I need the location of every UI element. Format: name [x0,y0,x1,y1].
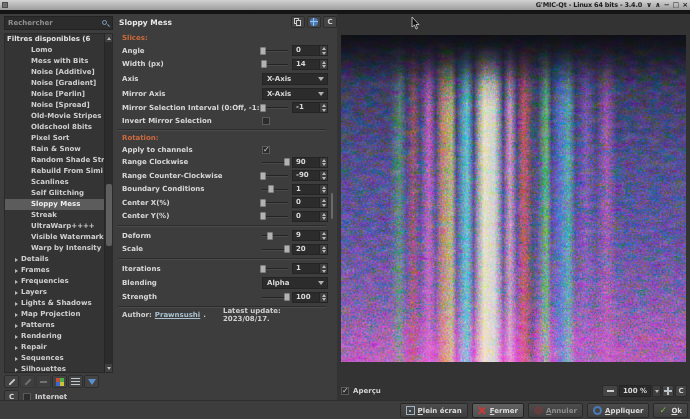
spin-down-icon[interactable] [319,216,327,221]
window-control-shade-icon[interactable]: ∨ [646,0,652,10]
spin-down-icon[interactable] [319,108,327,113]
filter-item-visible-watermark[interactable]: Visible Watermark [5,232,112,243]
scroll-up-icon[interactable] [105,34,113,42]
category-repair[interactable]: Repair [5,342,112,353]
tree-scrollbar[interactable] [104,34,112,372]
apply-to-channels-checkbox[interactable] [262,146,270,154]
center-y-spinbox[interactable]: 0 [292,211,328,222]
deform-slider[interactable] [262,231,288,240]
blending-dropdown[interactable]: Alpha [262,277,328,289]
center-y-slider[interactable] [262,212,288,221]
filter-item-mess-with-bits[interactable]: Mess with Bits [5,56,112,67]
window-control-minimize-icon[interactable]: − [664,0,670,10]
slider-handle[interactable] [267,232,273,240]
center-x-spinbox[interactable]: 0 [292,197,328,208]
category-frames[interactable]: Frames [5,265,112,276]
spin-down-icon[interactable] [319,236,327,241]
copy-command-button[interactable] [291,16,305,28]
scroll-down-icon[interactable] [105,364,113,372]
category-details[interactable]: Details [5,254,112,265]
filter-item-rain-snow[interactable]: Rain & Snow [5,144,112,155]
range-counter-clockwise-spinbox[interactable]: -90 [292,170,328,181]
window-control-pin-icon[interactable]: ∧ [655,0,661,10]
ok-button[interactable]: ✓Ok [653,403,688,418]
download-filters-button[interactable] [84,375,99,388]
filter-item-rebuild-from-simi[interactable]: Rebuild From Simi [5,166,112,177]
slider-handle[interactable] [260,47,266,55]
splitter-grip[interactable] [331,193,333,219]
axis-dropdown[interactable]: X-Axis [262,73,328,85]
slider-handle[interactable] [284,158,290,166]
iterations-spinbox[interactable]: 1 [292,263,328,274]
spin-down-icon[interactable] [319,51,327,56]
category-lights-shadows[interactable]: Lights & Shadows [5,298,112,309]
strength-slider[interactable] [262,293,288,302]
filter-item-lomo[interactable]: Lomo [5,45,112,56]
slider-handle[interactable] [260,265,266,273]
mirror-selection-interval-0-off-1-random-spinbox[interactable]: -1 [292,102,328,113]
boundary-conditions-slider[interactable] [262,185,288,194]
author-link[interactable]: Prawnsushi [155,311,200,319]
filter-item-noise-gradient[interactable]: Noise [Gradient] [5,78,112,89]
range-clockwise-slider[interactable] [262,158,288,167]
spin-down-icon[interactable] [319,176,327,181]
scale-spinbox[interactable]: 20 [292,244,328,255]
category-frequencies[interactable]: Frequencies [5,276,112,287]
filter-item-noise-perlin[interactable]: Noise [Perlin] [5,89,112,100]
filter-item-scanlines[interactable]: Scanlines [5,177,112,188]
scale-slider[interactable] [262,245,288,254]
slider-handle[interactable] [260,104,266,112]
filter-item-self-glitching[interactable]: Self Glitching [5,188,112,199]
add-fave-button[interactable] [4,375,19,388]
filter-item-old-movie-stripes[interactable]: Old-Movie Stripes [5,111,112,122]
window-control-close-icon[interactable]: × [682,0,688,10]
mirror-axis-dropdown[interactable]: X-Axis [262,88,328,100]
filter-item-pixel-sort[interactable]: Pixel Sort [5,133,112,144]
slider-handle[interactable] [260,172,266,180]
category-silhouettes[interactable]: Silhouettes [5,364,112,373]
filter-item-streak[interactable]: Streak [5,210,112,221]
slider-handle[interactable] [260,199,266,207]
category-patterns[interactable]: Patterns [5,320,112,331]
apercu-checkbox[interactable] [341,387,349,395]
category-rendering[interactable]: Rendering [5,331,112,342]
plein-cran-button[interactable]: Plein écran [400,403,468,418]
appliquer-button[interactable]: Appliquer [587,403,649,418]
colors-button[interactable] [52,375,67,388]
spin-down-icon[interactable] [319,203,327,208]
filter-item-oldschool-8bits[interactable]: Oldschool 8bits [5,122,112,133]
spin-down-icon[interactable] [319,162,327,167]
window-control-maximize-icon[interactable]: □ [673,0,680,10]
angle-slider[interactable] [262,46,288,55]
category-map-projection[interactable]: Map Projection [5,309,112,320]
filter-item-noise-spread[interactable]: Noise [Spread] [5,100,112,111]
filter-item-ultrawarp[interactable]: UltraWarp++++ [5,221,112,232]
search-input[interactable]: Rechercher [4,16,113,30]
width-px-slider[interactable] [262,60,288,69]
zoom-level-combo[interactable]: 100 % [619,385,651,397]
pane-splitter[interactable] [330,33,334,381]
filter-item-warp-by-intensity[interactable]: Warp by Intensity [5,243,112,254]
spin-down-icon[interactable] [319,189,327,194]
web-doc-button[interactable] [307,16,321,28]
reset-filter-button[interactable]: C [323,16,337,28]
range-clockwise-spinbox[interactable]: 90 [292,157,328,168]
deform-spinbox[interactable]: 9 [292,230,328,241]
strength-spinbox[interactable]: 100 [292,292,328,303]
spin-down-icon[interactable] [319,249,327,254]
angle-spinbox[interactable]: 0 [292,45,328,56]
slider-handle[interactable] [268,185,274,193]
slider-handle[interactable] [284,293,290,301]
preview-image[interactable] [341,35,686,362]
filter-tree[interactable]: Filtres disponibles (6 LomoMess with Bit… [4,33,113,373]
slider-handle[interactable] [261,60,267,68]
center-x-slider[interactable] [262,198,288,207]
spin-down-icon[interactable] [319,64,327,69]
range-counter-clockwise-slider[interactable] [262,171,288,180]
slider-handle[interactable] [284,245,290,253]
category-layers[interactable]: Layers [5,287,112,298]
filter-item-noise-additive[interactable]: Noise [Additive] [5,67,112,78]
zoom-dropdown-button[interactable] [652,385,661,397]
category-sequences[interactable]: Sequences [5,353,112,364]
view-mode-button[interactable] [68,375,83,388]
